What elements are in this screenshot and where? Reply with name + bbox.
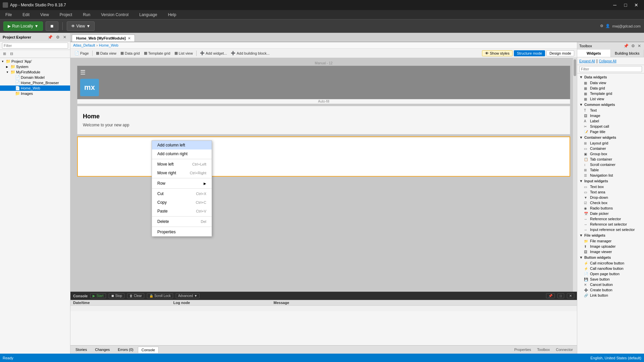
ctx-row[interactable]: Row ▶ <box>152 179 212 188</box>
ctx-add-column-right[interactable]: Add column right <box>152 149 212 158</box>
toolbox-filter-input[interactable] <box>579 66 642 72</box>
menu-view[interactable]: View <box>38 11 52 18</box>
toolbox-radio-buttons[interactable]: ◉ Radio buttons <box>577 205 644 211</box>
tab-console[interactable]: Console <box>138 347 159 353</box>
tree-item-images[interactable]: 📁 Images <box>0 91 70 96</box>
section-input-widgets[interactable]: ▼ Input widgets <box>577 178 644 184</box>
toolbox-snippet-call[interactable]: ✂ Snippet call <box>577 124 644 129</box>
panel-close-button[interactable]: ✕ <box>62 35 67 40</box>
structure-mode-button[interactable]: Structure mode <box>514 50 545 56</box>
toolbox-reference-selector[interactable]: ↔ Reference selector <box>577 216 644 222</box>
console-pin-btn[interactable]: 📌 <box>546 293 555 298</box>
toolbox-input-reference-set-selector[interactable]: ↔ Input reference set selector <box>577 227 644 232</box>
toolbox-scroll-container[interactable]: ↕ Scroll container <box>577 162 644 167</box>
tree-item-home-phone[interactable]: 📄 Home_Phone_Browser <box>0 80 70 85</box>
widget-templategrid-btn[interactable]: ▦ Template grid <box>143 50 172 56</box>
toolbox-save-button[interactable]: 💾 Save button <box>577 277 644 282</box>
tree-item-system[interactable]: ▶ 📁 System <box>0 64 70 69</box>
ctx-move-left[interactable]: Move left Ctrl+Left <box>152 160 212 169</box>
vertical-scrollbar[interactable] <box>573 58 577 292</box>
toolbox-drop-down[interactable]: ▼ Drop-down <box>577 195 644 200</box>
stop-button[interactable]: ⏹ <box>46 21 58 31</box>
menu-version-control[interactable]: Version Control <box>98 11 131 18</box>
collapse-all-button[interactable]: Collapse All <box>599 59 616 63</box>
view-button[interactable]: 👁 View ▼ <box>67 21 95 31</box>
widget-listview-btn[interactable]: ▦ List view <box>173 50 194 56</box>
breadcrumb-home-web[interactable]: Home_Web <box>99 43 118 47</box>
widget-datagrid-btn[interactable]: ▦ Data grid <box>119 50 141 56</box>
toolbox-navigation-list[interactable]: ☰ Navigation list <box>577 173 644 178</box>
toolbox-list-view[interactable]: ▦ List view <box>577 96 644 102</box>
toolbox-text-box[interactable]: ▭ Text box <box>577 184 644 189</box>
expand-all-button[interactable]: Expand All <box>579 59 595 63</box>
toolbox-image[interactable]: 🖼 Image <box>577 113 644 118</box>
advanced-button[interactable]: Advanced ▼ <box>176 293 200 298</box>
show-styles-button[interactable]: 👁 Show styles <box>482 50 513 56</box>
toolbox-file-manager[interactable]: 📁 File manager <box>577 238 644 244</box>
toolbox-call-nanoflow-button[interactable]: ⚡ Call nanoflow button <box>577 266 644 271</box>
widget-dataview-btn[interactable]: ▦ Data view <box>95 50 118 56</box>
menu-language[interactable]: Language <box>137 11 160 18</box>
filter-input[interactable] <box>2 43 68 49</box>
menu-edit[interactable]: Edit <box>20 11 32 18</box>
scrollbar-thumb[interactable] <box>574 59 576 76</box>
toolbox-close-btn[interactable]: ✕ <box>637 43 642 49</box>
toolbox-page-title[interactable]: 📝 Page title <box>577 129 644 134</box>
tab-stories[interactable]: Stories <box>72 346 91 353</box>
toolbox-reference-set-selector[interactable]: ↔ Reference set selector <box>577 222 644 227</box>
clear-button[interactable]: 🗑 Clear <box>127 293 144 298</box>
tree-item-home-web[interactable]: 📄 Home_Web <box>0 85 70 91</box>
tree-expand-btn[interactable]: ⊞ <box>1 51 8 57</box>
tab-properties[interactable]: Properties <box>512 347 534 352</box>
toolbox-template-grid[interactable]: ▦ Template grid <box>577 91 644 96</box>
panel-pin-button[interactable]: 📌 <box>47 35 54 40</box>
toolbox-open-page-button[interactable]: 📄 Open page button <box>577 271 644 277</box>
ctx-properties[interactable]: Properties <box>152 228 212 236</box>
toolbox-layout-grid[interactable]: ⊞ Layout grid <box>577 140 644 146</box>
tab-changes[interactable]: Changes <box>91 346 113 353</box>
add-building-block-btn[interactable]: ➕ Add building block... <box>229 50 271 56</box>
toolbox-table[interactable]: ⊞ Table <box>577 167 644 173</box>
widget-page-btn[interactable]: 📄 Page <box>73 50 90 56</box>
menu-file[interactable]: File <box>3 11 14 18</box>
toolbox-group-box[interactable]: ▣ Group box <box>577 151 644 157</box>
toolbox-check-box[interactable]: ☑ Check box <box>577 200 644 205</box>
maximize-button[interactable]: □ <box>621 0 631 10</box>
toolbox-image-uploader[interactable]: ⬆ Image uploader <box>577 244 644 249</box>
toolbox-image-viewer[interactable]: 🖼 Image viewer <box>577 249 644 254</box>
section-container-widgets[interactable]: ▼ Container widgets <box>577 134 644 140</box>
ctx-cut[interactable]: Cut Ctrl+X <box>152 189 212 198</box>
start-button[interactable]: ▶ Start <box>90 293 106 298</box>
toolbox-call-microflow-button[interactable]: ⚡ Call microflow button <box>577 260 644 266</box>
ctx-move-right[interactable]: Move right Ctrl+Right <box>152 169 212 177</box>
tree-item-project[interactable]: ▼ 📁 Project 'App' <box>0 59 70 64</box>
minimize-button[interactable]: ─ <box>610 0 620 10</box>
tree-item-domain-model[interactable]: 📄 Domain Model <box>0 75 70 80</box>
tree-collapse-btn[interactable]: ⊟ <box>8 51 15 57</box>
ctx-add-column-left[interactable]: Add column left <box>152 141 212 149</box>
close-button[interactable]: ✕ <box>631 0 641 10</box>
menu-run[interactable]: Run <box>80 11 93 18</box>
toolbox-data-view[interactable]: ▦ Data view <box>577 80 644 85</box>
hamburger-menu-icon[interactable]: ☰ <box>80 69 567 76</box>
toolbox-label[interactable]: A Label <box>577 118 644 124</box>
toolbox-settings-btn[interactable]: ⚙ <box>630 43 636 49</box>
tree-item-myfirstmodule[interactable]: ▼ 📁 MyFirstModule <box>0 69 70 75</box>
section-file-widgets[interactable]: ▼ File widgets <box>577 232 644 238</box>
toolbox-text[interactable]: T Text <box>577 108 644 113</box>
console-close-btn[interactable]: ✕ <box>567 293 574 298</box>
toolbox-container[interactable]: ▭ Container <box>577 146 644 151</box>
toolbox-text-area[interactable]: ▭ Text area <box>577 189 644 195</box>
column-section[interactable]: Add column left Add column right Move le… <box>77 136 570 177</box>
ctx-paste[interactable]: Paste Ctrl+V <box>152 207 212 216</box>
scroll-lock-button[interactable]: 🔒 Scroll Lock <box>147 293 173 298</box>
section-data-widgets[interactable]: ▼ Data widgets <box>577 74 644 80</box>
tab-home-web[interactable]: Home_Web [MyFirstModule] ✕ <box>72 35 135 42</box>
canvas-inner[interactable]: Manual - 12 ☰ mx Auto-fil <box>70 58 577 292</box>
tab-errors[interactable]: Errors (0) <box>114 346 137 353</box>
toolbox-tab-widgets[interactable]: Widgets <box>577 50 611 57</box>
tab-connector[interactable]: Connector <box>553 347 576 352</box>
design-mode-button[interactable]: Design mode <box>546 50 574 56</box>
ctx-delete[interactable]: Delete Del <box>152 217 212 226</box>
menu-project[interactable]: Project <box>57 11 75 18</box>
